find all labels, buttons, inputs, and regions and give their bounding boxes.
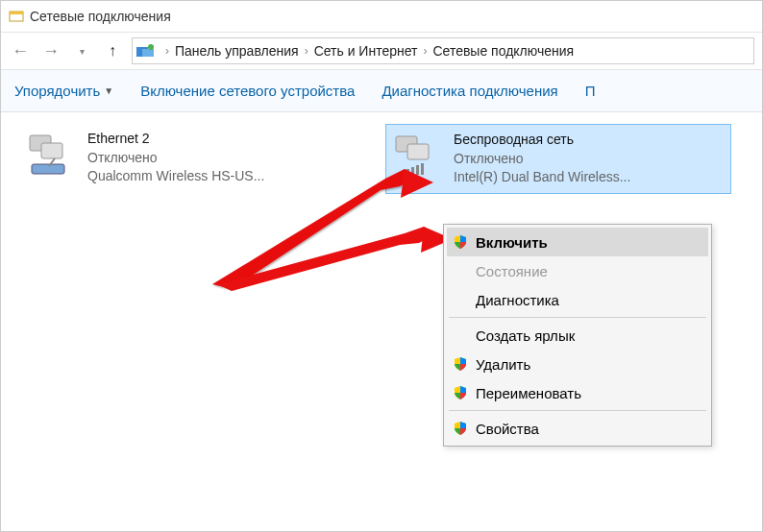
chevron-down-icon: ▼	[104, 85, 113, 96]
shield-icon	[453, 234, 468, 250]
breadcrumb-segment[interactable]: Панель управления	[175, 43, 299, 59]
adapter-status: Отключено	[87, 149, 264, 168]
menu-rename[interactable]: Переименовать	[447, 378, 708, 407]
toolbar-more[interactable]: П	[585, 83, 596, 99]
window-title: Сетевые подключения	[30, 9, 171, 24]
window-icon	[9, 9, 24, 24]
breadcrumb-segment[interactable]: Сетевые подключения	[432, 43, 574, 59]
diagnose-label: Диагностика подключения	[382, 83, 557, 99]
menu-create-shortcut[interactable]: Создать ярлык	[447, 321, 708, 350]
chevron-right-icon: ›	[305, 44, 308, 58]
menu-label: Создать ярлык	[476, 327, 575, 344]
menu-delete[interactable]: Удалить	[447, 350, 708, 378]
svg-marker-17	[401, 169, 433, 198]
svg-point-4	[148, 44, 154, 50]
toolbar-more-label: П	[585, 83, 596, 99]
svg-rect-6	[41, 143, 62, 158]
svg-marker-18	[217, 227, 433, 291]
breadcrumb[interactable]: › Панель управления › Сеть и Интернет › …	[132, 37, 754, 64]
nav-recent-button[interactable]: ▾	[70, 39, 93, 62]
network-adapter-icon	[26, 130, 78, 181]
menu-label: Удалить	[476, 356, 530, 373]
svg-rect-10	[407, 144, 429, 159]
menu-diagnostics[interactable]: Диагностика	[447, 285, 708, 314]
breadcrumb-segment[interactable]: Сеть и Интернет	[314, 43, 418, 59]
diagnose-button[interactable]: Диагностика подключения	[382, 83, 557, 99]
organize-menu[interactable]: Упорядочить ▼	[14, 83, 113, 99]
organize-label: Упорядочить	[14, 83, 100, 99]
menu-label: Диагностика	[476, 292, 559, 308]
adapter-name: Беспроводная сеть	[454, 131, 630, 150]
adapter-info: Беспроводная сеть Отключено Intel(R) Dua…	[454, 131, 630, 187]
adapter-status: Отключено	[454, 150, 630, 169]
adapter-item-wireless[interactable]: Беспроводная сеть Отключено Intel(R) Dua…	[385, 124, 731, 194]
shield-icon	[453, 421, 468, 436]
enable-device-label: Включение сетевого устройства	[140, 83, 355, 99]
chevron-right-icon: ›	[165, 44, 169, 58]
enable-device-button[interactable]: Включение сетевого устройства	[140, 83, 355, 99]
nav-forward-button[interactable]: →	[39, 39, 62, 62]
menu-enable[interactable]: Включить	[447, 228, 708, 256]
menu-properties[interactable]: Свойства	[447, 414, 708, 443]
nav-up-button[interactable]: ↑	[101, 39, 124, 62]
svg-rect-7	[32, 164, 64, 174]
svg-rect-1	[10, 12, 23, 14]
menu-label: Состояние	[476, 263, 548, 279]
annotation-arrow	[217, 222, 448, 302]
svg-rect-3	[142, 49, 154, 57]
nav-back-button[interactable]: ←	[9, 39, 32, 62]
menu-label: Свойства	[476, 421, 539, 437]
shield-icon	[453, 356, 468, 372]
shield-icon	[453, 385, 468, 400]
title-bar: Сетевые подключения	[1, 1, 762, 32]
breadcrumb-icon	[136, 43, 156, 59]
menu-status: Состояние	[447, 256, 708, 285]
menu-label: Включить	[476, 234, 548, 251]
menu-label: Переименовать	[476, 385, 581, 401]
menu-separator	[449, 410, 706, 411]
chevron-right-icon: ›	[423, 44, 427, 58]
adapter-device: Intel(R) Dual Band Wireless...	[454, 168, 630, 187]
menu-separator	[449, 317, 706, 318]
address-bar: ← → ▾ ↑ › Панель управления › Сеть и Инт…	[1, 32, 762, 70]
context-menu: Включить Состояние Диагностика Создать я…	[443, 224, 712, 447]
command-bar: Упорядочить ▼ Включение сетевого устройс…	[1, 70, 762, 112]
adapter-name: Ethernet 2	[87, 130, 264, 149]
